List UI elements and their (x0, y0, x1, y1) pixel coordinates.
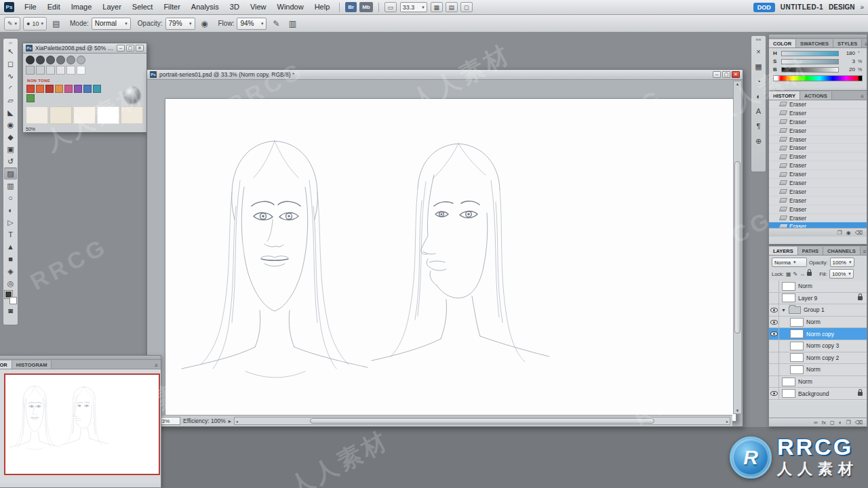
menu-analysis[interactable]: Analysis (186, 0, 224, 14)
dodge-tool[interactable]: ◐ (4, 204, 17, 216)
visibility-toggle[interactable] (769, 340, 779, 352)
toggle-brush-panel-icon[interactable]: ▤ (50, 17, 63, 30)
layer-thumbnail[interactable] (790, 329, 804, 338)
layer-thumbnail[interactable] (782, 282, 795, 291)
color-swatch[interactable] (77, 56, 85, 64)
screen-mode-icon[interactable]: ◻ (460, 2, 473, 12)
color-swatch[interactable] (50, 106, 72, 124)
visibility-toggle[interactable] (769, 364, 779, 375)
airbrush-icon[interactable]: ✎ (269, 17, 283, 30)
new-snapshot-icon[interactable]: ◉ (846, 230, 851, 236)
layer-opacity-select[interactable]: 100% ▾ (830, 258, 854, 267)
grid-panel-icon[interactable]: ▦ (753, 61, 765, 72)
close-button[interactable]: ✕ (136, 45, 144, 52)
history-step[interactable]: Eraser (769, 188, 867, 197)
eraser-tool[interactable]: ▨ (4, 167, 17, 180)
horizontal-scrollbar[interactable]: ◂ ▸ (234, 417, 730, 425)
color-chips[interactable] (4, 291, 17, 304)
color-swatch[interactable] (36, 66, 45, 75)
panel-menu-icon[interactable]: ≡ (858, 94, 867, 100)
color-swatch[interactable] (74, 85, 82, 93)
scrollbar-thumb[interactable] (734, 161, 741, 333)
visibility-toggle[interactable] (769, 281, 779, 292)
lock-all-icon[interactable] (807, 272, 812, 276)
link-layers-icon[interactable]: ∞ (814, 420, 818, 426)
lock-transparency-icon[interactable]: ▦ (786, 271, 791, 277)
view-extras-icon[interactable]: ▭ (384, 2, 397, 12)
color-swatch[interactable] (26, 94, 35, 102)
brush-tool[interactable]: ◆ (4, 131, 17, 143)
clone-stamp-tool[interactable]: ▣ (4, 143, 17, 155)
history-step[interactable]: Eraser (769, 109, 867, 118)
vertical-scrollbar[interactable]: ▲ ▼ (733, 81, 742, 414)
hand-tool[interactable]: ◈ (4, 265, 17, 277)
tab-navigator[interactable]: NAVIGATOR (0, 361, 12, 369)
light-swatch-row[interactable] (26, 66, 144, 75)
tab-swatches[interactable]: SWATCHES (796, 39, 833, 47)
blur-tool[interactable]: ○ (4, 192, 17, 204)
app-zoom-input[interactable]: 33.3 ▾ (400, 2, 427, 12)
background-color-chip[interactable] (9, 297, 17, 304)
visibility-toggle[interactable] (769, 388, 779, 399)
saturation-slider[interactable] (781, 59, 839, 64)
tab-channels[interactable]: CHANNELS (823, 247, 861, 255)
layer-row[interactable]: Layer 9 (769, 293, 867, 305)
menu-help[interactable]: Help (309, 0, 336, 14)
pen-tool[interactable]: ▷ (4, 216, 17, 228)
minimize-button[interactable]: – (713, 71, 721, 78)
color-spectrum-ramp[interactable] (773, 75, 863, 81)
workspace-switcher[interactable]: DESIGN (829, 3, 854, 11)
status-menu-icon[interactable]: ▸ (229, 418, 231, 424)
visibility-toggle[interactable] (769, 317, 779, 328)
lasso-tool[interactable]: ∿ (4, 70, 17, 82)
zoom-tool[interactable]: ◎ (4, 277, 17, 289)
layer-row[interactable]: Norm (769, 376, 867, 388)
visibility-toggle[interactable] (769, 328, 779, 340)
history-step[interactable]: Eraser (769, 136, 867, 144)
layer-thumbnail[interactable] (782, 378, 795, 386)
scroll-right-icon[interactable]: ▸ (726, 419, 728, 424)
brush-panel-toggle-icon[interactable]: ▥ (285, 17, 299, 30)
maximize-button[interactable]: ▢ (722, 71, 730, 78)
visibility-toggle[interactable] (769, 352, 779, 364)
mode-select[interactable]: Normal ▾ (92, 18, 131, 30)
color-swatch[interactable] (26, 85, 35, 93)
scroll-down-icon[interactable]: ▼ (736, 409, 740, 413)
expand-triangle-icon[interactable]: ▼ (781, 308, 786, 312)
navigator-view-box[interactable] (5, 374, 159, 474)
layer-row[interactable]: Norm (769, 281, 867, 293)
color-swatch[interactable] (56, 56, 65, 64)
maximize-button[interactable]: ▢ (126, 45, 134, 52)
color-swatch[interactable] (26, 66, 35, 75)
fill-select[interactable]: 100% ▾ (829, 269, 854, 279)
type-tool[interactable]: T (4, 228, 17, 241)
marquee-tool[interactable]: ◻ (4, 58, 17, 70)
color-swatch[interactable] (46, 56, 55, 64)
color-swatch-grid[interactable] (26, 85, 108, 102)
menu-view[interactable]: View (245, 0, 272, 14)
visibility-toggle[interactable] (769, 293, 779, 304)
paper-swatch-row[interactable] (26, 106, 144, 124)
history-step[interactable]: Eraser (769, 152, 867, 161)
menu-select[interactable]: Select (127, 0, 159, 14)
color-swatch[interactable] (66, 56, 75, 64)
panel-menu-icon[interactable]: ≡ (862, 41, 868, 47)
color-swatch[interactable] (73, 106, 96, 124)
layer-row[interactable]: Norm (769, 364, 867, 376)
hue-slider[interactable] (781, 51, 839, 56)
lock-pixels-icon[interactable]: ✎ (793, 271, 798, 277)
quick-mask-icon[interactable]: ◙ (4, 304, 17, 317)
delete-state-icon[interactable]: ⌫ (855, 230, 863, 236)
adjustment-layer-icon[interactable]: ◐ (839, 420, 842, 426)
tablet-pressure-opacity-icon[interactable]: ◉ (198, 17, 212, 30)
menu-3d[interactable]: 3D (224, 0, 245, 14)
menu-edit[interactable]: Edit (42, 0, 66, 14)
panel-menu-icon[interactable]: ≡ (861, 249, 868, 255)
brightness-slider[interactable] (781, 67, 839, 73)
quick-selection-tool[interactable]: ◜ (4, 82, 17, 94)
layer-style-icon[interactable]: fx (822, 420, 826, 426)
layer-thumbnail[interactable] (790, 365, 804, 374)
color-swatch[interactable] (66, 66, 75, 75)
gradient-tool[interactable]: ▥ (4, 180, 17, 192)
new-document-from-state-icon[interactable]: ❐ (837, 230, 842, 236)
